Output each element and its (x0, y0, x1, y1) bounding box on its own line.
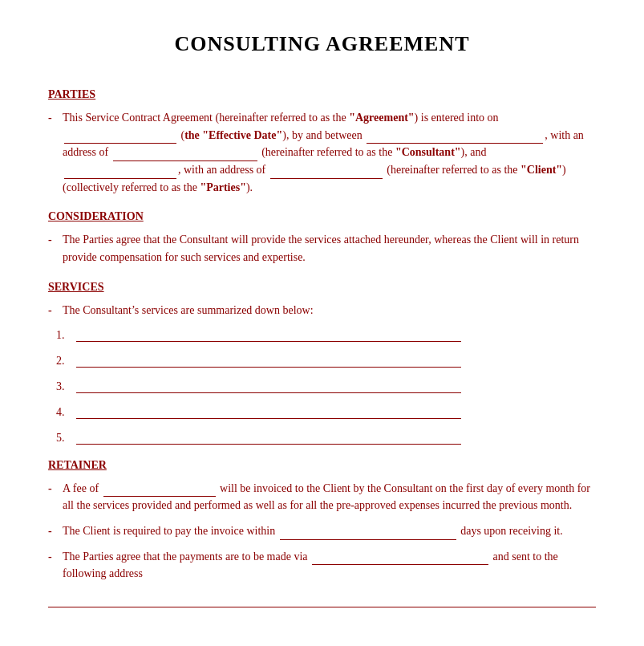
parties-text: This Service Contract Agreement (hereina… (63, 109, 596, 196)
page-bottom-divider (48, 607, 596, 607)
service-item-5: 5. (56, 430, 596, 445)
retainer-text-3: The Parties agree that the payments are … (63, 548, 596, 583)
consideration-section: CONSIDERATION - The Parties agree that t… (48, 210, 596, 266)
payment-method-blank (312, 564, 488, 565)
service-item-1: 1. (56, 327, 596, 342)
services-section: SERVICES - The Consultant’s services are… (48, 281, 596, 445)
service-item-3: 3. (56, 379, 596, 393)
document-title: CONSULTING AGREEMENT (48, 32, 596, 56)
services-heading: SERVICES (48, 281, 596, 294)
parties-section: PARTIES - This Service Contract Agreemen… (48, 88, 596, 196)
services-list: 1. 2. 3. 4. 5. (56, 327, 596, 445)
bullet-dash: - (48, 109, 63, 126)
consideration-heading: CONSIDERATION (48, 210, 596, 223)
service-num-3: 3. (56, 380, 76, 393)
party2-address-blank (270, 178, 383, 179)
consideration-text: The Parties agree that the Consultant wi… (63, 231, 596, 266)
consideration-bullet: - The Parties agree that the Consultant … (48, 231, 596, 266)
retainer-text-2: The Client is required to pay the invoic… (63, 522, 596, 540)
service-line-2 (76, 353, 461, 368)
bullet-dash-2: - (48, 231, 63, 248)
retainer-heading: RETAINER (48, 459, 596, 472)
services-intro-text: The Consultant’s services are summarized… (63, 302, 596, 319)
service-num-1: 1. (56, 329, 76, 342)
party1-name-blank (367, 143, 543, 144)
service-line-4 (76, 404, 461, 419)
bullet-dash-3: - (48, 302, 63, 319)
service-num-2: 2. (56, 355, 76, 368)
party2-name-blank (64, 178, 176, 179)
party1-address-blank (113, 160, 257, 161)
bullet-dash-6: - (48, 548, 63, 565)
service-line-5 (76, 430, 461, 445)
fee-amount-blank (103, 496, 216, 497)
service-num-5: 5. (56, 432, 76, 445)
payment-days-blank (280, 539, 456, 540)
parties-bullet: - This Service Contract Agreement (herei… (48, 109, 596, 196)
bullet-dash-5: - (48, 522, 63, 539)
service-line-3 (76, 379, 461, 393)
service-line-1 (76, 327, 461, 342)
retainer-bullet-3: - The Parties agree that the payments ar… (48, 548, 596, 583)
effective-date-blank (64, 143, 176, 144)
parties-heading: PARTIES (48, 88, 596, 101)
service-item-2: 2. (56, 353, 596, 368)
service-item-4: 4. (56, 404, 596, 419)
services-intro-item: - The Consultant’s services are summariz… (48, 302, 596, 319)
service-num-4: 4. (56, 406, 76, 419)
retainer-text-1: A fee of will be invoiced to the Client … (63, 480, 596, 514)
retainer-section: RETAINER - A fee of will be invoiced to … (48, 459, 596, 583)
retainer-bullet-2: - The Client is required to pay the invo… (48, 522, 596, 540)
retainer-bullet-1: - A fee of will be invoiced to the Clien… (48, 480, 596, 514)
bullet-dash-4: - (48, 480, 63, 497)
